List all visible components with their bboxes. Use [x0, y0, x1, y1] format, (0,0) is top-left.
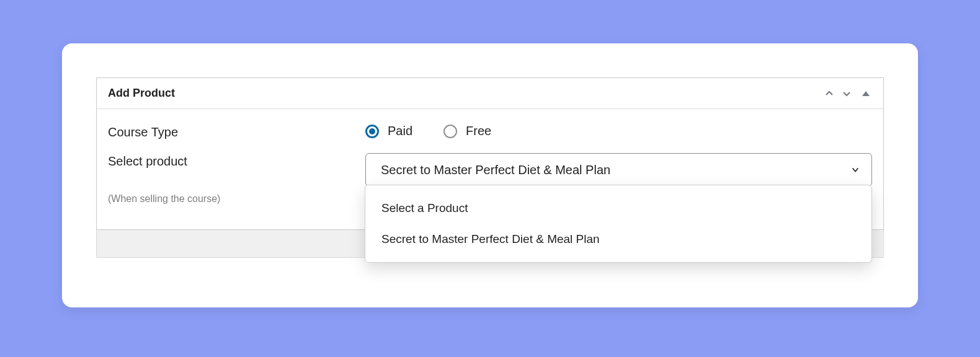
dropdown-option-secret-diet[interactable]: Secret to Master Perfect Diet & Meal Pla… [365, 224, 871, 255]
panel-body: Course Type Paid F [97, 109, 883, 229]
radio-paid[interactable]: Paid [365, 124, 412, 138]
panel-header: Add Product [97, 78, 883, 109]
course-type-label: Course Type [108, 125, 365, 139]
panel-title: Add Product [108, 87, 175, 100]
product-dropdown: Select a Product Secret to Master Perfec… [365, 185, 872, 263]
course-type-radio-group: Paid Free [365, 124, 872, 138]
select-product-hint: (When selling the course) [108, 193, 365, 205]
radio-free[interactable]: Free [443, 124, 491, 138]
select-product-label-col: Select product (When selling the course) [108, 153, 365, 205]
radio-free-circle [443, 125, 457, 138]
product-select[interactable]: Secret to Master Perfect Diet & Meal Pla… [365, 153, 872, 187]
move-up-icon[interactable] [824, 88, 835, 99]
panel-actions [824, 88, 870, 99]
radio-paid-dot [369, 128, 375, 134]
add-product-panel: Add Product Course Type [96, 77, 884, 230]
select-product-field: Secret to Master Perfect Diet & Meal Pla… [365, 153, 872, 187]
course-type-label-col: Course Type [108, 124, 365, 139]
course-type-field: Paid Free [365, 124, 872, 138]
collapse-toggle-icon[interactable] [862, 91, 870, 96]
panel-outer: Add Product Course Type [96, 77, 884, 258]
row-course-type: Course Type Paid F [108, 124, 872, 139]
move-down-icon[interactable] [841, 88, 852, 99]
radio-free-label: Free [466, 124, 491, 138]
dropdown-option-placeholder[interactable]: Select a Product [365, 193, 871, 224]
card-container: Add Product Course Type [62, 43, 918, 307]
radio-paid-circle [365, 125, 379, 138]
radio-paid-label: Paid [388, 124, 412, 138]
select-product-label: Select product [108, 154, 365, 169]
product-select-value: Secret to Master Perfect Diet & Meal Pla… [381, 163, 610, 177]
chevron-down-icon [850, 165, 860, 175]
